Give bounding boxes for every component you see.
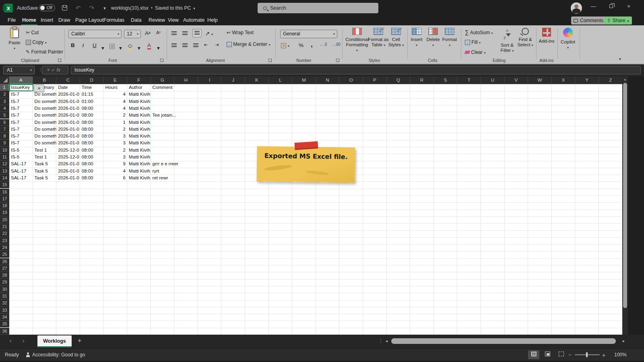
- cell-F6[interactable]: Matti Kivih: [127, 119, 188, 126]
- row-header-19[interactable]: 19: [0, 209, 9, 216]
- analyze-data-floatie-button[interactable]: ✶: [34, 84, 44, 92]
- cell-C9[interactable]: 2026-01-0: [56, 140, 80, 146]
- insert-function-icon[interactable]: fx: [57, 67, 60, 73]
- bottom-align-button[interactable]: [192, 29, 202, 37]
- cell-C6[interactable]: 2026-01-0: [56, 119, 80, 126]
- cell-D7[interactable]: 08:00: [80, 126, 104, 133]
- cell-A12[interactable]: SAL-17: [9, 160, 33, 167]
- cell-A7[interactable]: IS-7: [9, 126, 33, 133]
- row-header-16[interactable]: 16: [0, 189, 9, 195]
- font-size-select[interactable]: 12▾: [124, 30, 141, 38]
- cell-G1[interactable]: Comment: [151, 84, 211, 91]
- row-header-7[interactable]: 7: [0, 126, 9, 133]
- cell-B6[interactable]: Do somethi: [33, 119, 57, 126]
- next-sheet-button[interactable]: ›: [23, 337, 25, 344]
- row-header-29[interactable]: 29: [0, 279, 9, 286]
- zoom-slider[interactable]: [575, 354, 600, 355]
- cell-E4[interactable]: 4: [103, 105, 127, 112]
- cell-F11[interactable]: Matti Kivih: [127, 154, 188, 160]
- tab-page-layout[interactable]: Page Layout: [74, 16, 105, 25]
- row-header-20[interactable]: 20: [0, 216, 9, 223]
- cell-D14[interactable]: 08:00: [80, 175, 104, 181]
- cell-C1[interactable]: Date: [56, 84, 80, 91]
- row-header-18[interactable]: 18: [0, 202, 9, 209]
- decrease-indent-button[interactable]: ⇤: [204, 42, 208, 47]
- vertical-scroll-thumb[interactable]: [623, 83, 627, 308]
- cell-A5[interactable]: IS-7: [9, 112, 33, 119]
- tab-draw[interactable]: Draw: [57, 16, 71, 25]
- cell-B12[interactable]: Task 5: [33, 160, 57, 167]
- cell-D5[interactable]: 08:00: [80, 112, 104, 119]
- column-header-V[interactable]: V: [505, 76, 528, 84]
- tab-data[interactable]: Data: [130, 16, 142, 25]
- format-painter-button[interactable]: ✎ Format Painter: [26, 48, 63, 56]
- cell-B9[interactable]: Do somethi: [33, 140, 57, 146]
- tab-formulas[interactable]: Formulas: [102, 16, 126, 25]
- cell-D1[interactable]: Time: [80, 84, 104, 91]
- cell-B11[interactable]: Test 1: [33, 154, 57, 160]
- cell-F10[interactable]: Matti Kivih: [127, 147, 188, 154]
- row-header-23[interactable]: 23: [0, 237, 9, 244]
- cell-B5[interactable]: Do somethi: [33, 112, 57, 119]
- alignment-dialog-launcher[interactable]: [268, 58, 272, 62]
- fill-color-button[interactable]: ◇: [128, 42, 132, 50]
- row-header-27[interactable]: 27: [0, 265, 9, 272]
- cell-D13[interactable]: 08:00: [80, 168, 104, 175]
- column-header-X[interactable]: X: [552, 76, 576, 84]
- column-header-R[interactable]: R: [410, 76, 434, 84]
- save-button[interactable]: [60, 3, 69, 13]
- document-title[interactable]: worklogs(10).xlsx•Saved to this PC▾: [111, 5, 195, 11]
- cell-D12[interactable]: 08:00: [80, 160, 104, 167]
- column-header-G[interactable]: G: [151, 76, 175, 84]
- row-header-13[interactable]: 13: [0, 168, 9, 175]
- column-header-I[interactable]: I: [198, 76, 222, 84]
- percent-style-button[interactable]: %: [299, 42, 303, 48]
- column-header-H[interactable]: H: [174, 76, 198, 84]
- column-header-F[interactable]: F: [127, 76, 151, 84]
- middle-align-button[interactable]: [182, 30, 188, 36]
- cell-C2[interactable]: 2026-01-0: [56, 91, 80, 98]
- cell-D2[interactable]: 01:15: [80, 91, 104, 98]
- row-header-34[interactable]: 34: [0, 314, 9, 321]
- tab-review[interactable]: Review: [147, 16, 166, 25]
- copilot-button[interactable]: Copilot▾: [559, 28, 577, 50]
- cell-C14[interactable]: 2026-01-0: [56, 175, 80, 181]
- cell-F3[interactable]: Matti Kivih: [127, 98, 188, 105]
- restore-button[interactable]: [602, 0, 620, 13]
- increase-decimal-button[interactable]: ←.0: [320, 42, 327, 47]
- cell-B10[interactable]: Test 1: [33, 147, 57, 154]
- cell-F4[interactable]: Matti Kivih: [127, 105, 188, 112]
- column-header-J[interactable]: J: [221, 76, 245, 84]
- row-header-6[interactable]: 6: [0, 119, 9, 126]
- avatar[interactable]: [571, 2, 582, 14]
- tab-bar-splitter[interactable]: ⋮: [378, 338, 383, 343]
- row-header-31[interactable]: 31: [0, 293, 9, 300]
- column-header-P[interactable]: P: [363, 76, 387, 84]
- copy-button[interactable]: ◫ Copy ▾: [26, 39, 47, 47]
- number-dialog-launcher[interactable]: [336, 58, 339, 62]
- merge-center-button[interactable]: ↔ Merge & Center ▾: [227, 41, 270, 49]
- cell-B4[interactable]: Do somethi: [33, 105, 57, 112]
- cell-C8[interactable]: 2026-01-0: [56, 133, 80, 140]
- cell-E12[interactable]: 9: [103, 160, 127, 167]
- cut-button[interactable]: ✂ Cut: [26, 29, 39, 36]
- cell-F1[interactable]: Author: [127, 84, 151, 91]
- cell-D6[interactable]: 08:00: [80, 119, 104, 126]
- cell-C12[interactable]: 2026-01-0: [56, 160, 80, 167]
- format-as-table-button[interactable]: Format asTable ▾: [368, 28, 389, 48]
- delete-cells-button[interactable]: Delete▾: [425, 28, 441, 48]
- cell-E9[interactable]: 3: [103, 140, 127, 146]
- cell-G5[interactable]: Tee jotain...: [151, 112, 211, 119]
- row-header-5[interactable]: 5: [0, 112, 9, 119]
- cell-styles-button[interactable]: CellStyles ▾: [387, 28, 405, 48]
- undo-button[interactable]: ↶: [73, 3, 83, 13]
- column-header-L[interactable]: L: [269, 76, 293, 84]
- cell-A8[interactable]: IS-7: [9, 133, 33, 140]
- autosave-toggle[interactable]: Off: [39, 4, 55, 11]
- fill-handle[interactable]: [32, 90, 34, 92]
- row-header-9[interactable]: 9: [0, 140, 9, 146]
- add-sheet-button[interactable]: +: [78, 337, 81, 344]
- cell-E8[interactable]: 3: [103, 133, 127, 140]
- row-header-2[interactable]: 2: [0, 91, 9, 98]
- cell-G12[interactable]: grrr e e rreer: [151, 160, 211, 167]
